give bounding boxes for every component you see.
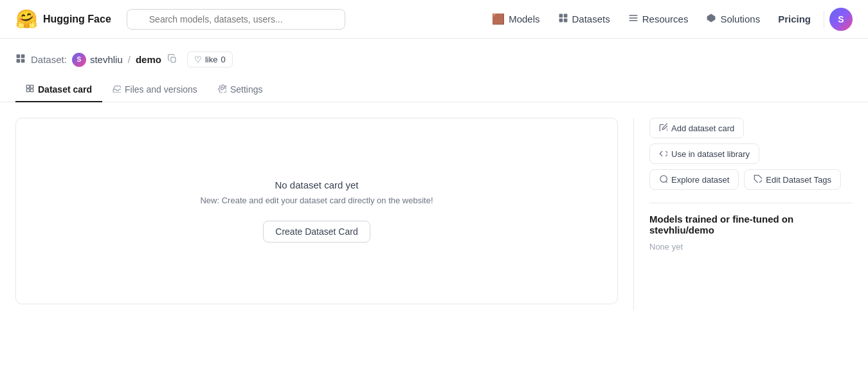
edit-dataset-tags-label: Edit Dataset Tags: [766, 175, 831, 185]
svg-point-19: [660, 176, 667, 182]
main-nav: 🟫 Models Datasets Resources Solutions Pr…: [484, 8, 853, 31]
search-bar: [127, 9, 345, 30]
like-button[interactable]: ♡ like 0: [187, 51, 233, 68]
action-buttons-group: Add dataset card Use in dataset library …: [649, 118, 853, 190]
section-divider: [649, 203, 853, 203]
edit-dataset-tags-button[interactable]: Edit Dataset Tags: [744, 169, 841, 190]
breadcrumb-repo: demo: [136, 54, 161, 65]
svg-rect-17: [30, 89, 33, 92]
add-dataset-card-button[interactable]: Add dataset card: [649, 118, 744, 138]
files-icon: [113, 84, 121, 95]
like-label: like: [205, 55, 218, 64]
code-icon: [659, 149, 667, 159]
svg-point-18: [221, 87, 223, 90]
dataset-icon: [15, 53, 26, 66]
add-dataset-card-label: Add dataset card: [671, 124, 734, 133]
breadcrumb-slash: /: [128, 54, 131, 65]
pencil-icon: [659, 123, 667, 133]
logo[interactable]: 🤗 Hugging Face: [15, 10, 111, 28]
svg-rect-13: [171, 57, 176, 62]
create-dataset-card-button[interactable]: Create Dataset Card: [263, 221, 370, 243]
tags-icon: [754, 174, 762, 185]
tab-files-and-versions[interactable]: Files and versions: [102, 78, 208, 102]
svg-rect-9: [17, 55, 21, 59]
nav-resources[interactable]: Resources: [620, 9, 696, 30]
breadcrumb-user[interactable]: S stevhliu: [72, 53, 123, 67]
tab-dataset-card-label: Dataset card: [38, 84, 92, 95]
svg-rect-10: [21, 55, 25, 59]
explore-icon: [659, 174, 667, 185]
left-panel: No dataset card yet New: Create and edit…: [15, 118, 618, 311]
nav-datasets[interactable]: Datasets: [550, 9, 618, 30]
svg-rect-5: [563, 18, 567, 22]
no-card-subtitle: New: Create and edit your dataset card d…: [200, 196, 433, 205]
svg-rect-14: [26, 85, 30, 88]
heart-icon: ♡: [194, 55, 202, 64]
nav-pricing[interactable]: Pricing: [770, 10, 818, 28]
tab-dataset-card[interactable]: Dataset card: [15, 78, 102, 102]
svg-rect-3: [563, 14, 567, 17]
page-header: Dataset: S stevhliu / demo ♡ like 0: [0, 39, 868, 68]
right-panel: Add dataset card Use in dataset library …: [634, 118, 853, 311]
search-input[interactable]: [127, 9, 345, 30]
svg-rect-4: [559, 18, 563, 22]
header: 🤗 Hugging Face 🟫 Models Datasets: [0, 0, 868, 39]
use-in-dataset-library-button[interactable]: Use in dataset library: [649, 143, 759, 164]
models-section: Models trained or fine-tuned on stevhliu…: [649, 214, 853, 252]
user-avatar-small: S: [72, 53, 86, 67]
like-count: 0: [221, 55, 225, 64]
resources-icon: [628, 13, 638, 26]
explore-dataset-label: Explore dataset: [671, 175, 729, 185]
breadcrumb-username: stevhliu: [90, 54, 123, 65]
solutions-icon: [706, 13, 716, 26]
tab-settings-label: Settings: [230, 84, 263, 95]
no-card-title: No dataset card yet: [275, 179, 358, 190]
breadcrumb-type: Dataset:: [31, 54, 67, 65]
dataset-card-icon: [26, 84, 34, 95]
svg-rect-16: [26, 89, 30, 92]
datasets-icon: [558, 13, 568, 26]
user-avatar[interactable]: S: [829, 8, 853, 31]
logo-name: Hugging Face: [43, 14, 111, 25]
nav-models[interactable]: 🟫 Models: [484, 9, 547, 29]
copy-icon[interactable]: [168, 54, 177, 65]
svg-rect-11: [17, 59, 21, 63]
nav-divider: [824, 10, 824, 28]
models-icon: 🟫: [492, 13, 505, 25]
tabs: Dataset card Files and versions Settings: [0, 78, 868, 102]
nav-solutions[interactable]: Solutions: [698, 9, 768, 30]
svg-line-20: [666, 181, 667, 183]
none-yet-label: None yet: [649, 242, 853, 252]
dataset-card-empty: No dataset card yet New: Create and edit…: [15, 118, 618, 304]
explore-dataset-button[interactable]: Explore dataset: [649, 169, 739, 190]
svg-rect-2: [559, 14, 563, 17]
svg-rect-15: [30, 85, 33, 88]
settings-icon: [218, 84, 226, 95]
tab-settings[interactable]: Settings: [208, 78, 273, 102]
huggingface-logo: 🤗: [15, 10, 38, 28]
use-in-dataset-library-label: Use in dataset library: [671, 149, 750, 159]
models-section-title: Models trained or fine-tuned on stevhliu…: [649, 214, 853, 235]
main-layout: No dataset card yet New: Create and edit…: [0, 102, 868, 326]
tab-files-label: Files and versions: [125, 84, 197, 95]
svg-rect-12: [21, 59, 25, 63]
